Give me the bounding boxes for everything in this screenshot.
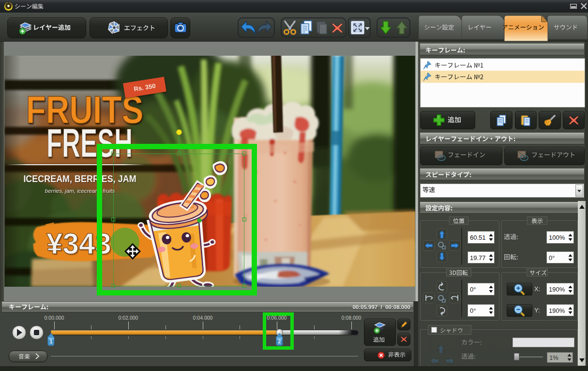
svg-text:1: 1 (50, 339, 53, 344)
